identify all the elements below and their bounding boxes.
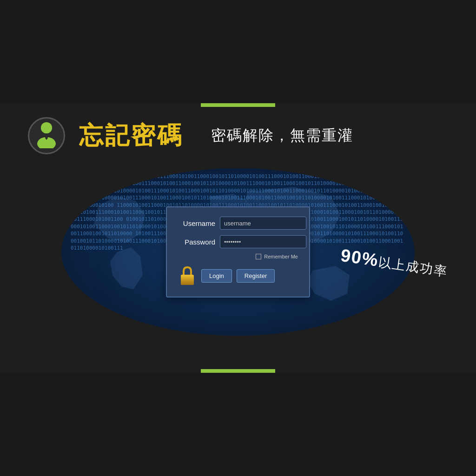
svg-rect-7	[181, 275, 194, 285]
username-row: Username	[178, 217, 298, 230]
page-subtitle: 密碼解除，無需重灌	[211, 126, 353, 146]
page-title: 忘記密碼	[79, 119, 183, 152]
password-input[interactable]	[220, 235, 306, 248]
password-row: Password	[178, 235, 298, 248]
login-panel: Username Password Remember Me	[166, 206, 310, 298]
svg-point-3	[41, 122, 52, 133]
register-button[interactable]: Register	[237, 269, 275, 283]
avatar	[28, 117, 65, 154]
header-area: 忘記密碼 密碼解除，無需重灌	[0, 103, 476, 164]
remember-checkbox[interactable]	[256, 254, 261, 259]
button-row: Login Register	[178, 264, 298, 287]
username-label: Username	[178, 219, 215, 227]
lock-icon	[178, 264, 197, 287]
bottom-accent-bar	[201, 369, 275, 373]
remember-label: Remember Me	[264, 254, 298, 259]
person-icon	[34, 120, 59, 152]
login-button[interactable]: Login	[201, 269, 232, 283]
password-label: Password	[178, 238, 215, 246]
remember-row: Remember Me	[178, 254, 298, 259]
lock-svg-icon	[179, 265, 196, 286]
oval-container: 1010011000100010110100001010011100010100…	[0, 164, 476, 354]
main-card: 忘記密碼 密碼解除，無需重灌 1010011000100010110100001…	[0, 103, 476, 373]
username-input[interactable]	[220, 217, 306, 230]
